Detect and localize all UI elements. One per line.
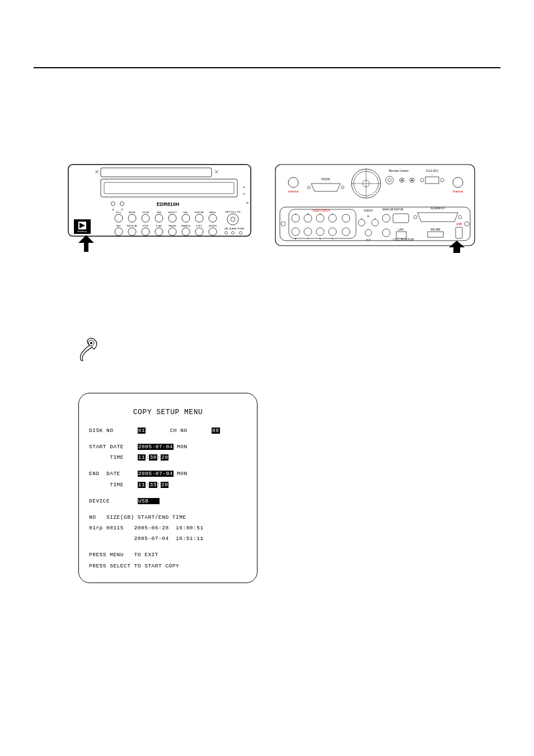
disk-no-value: 01 [138,428,146,434]
svg-text:MODE: MODE [129,211,135,214]
svg-text:CALL: CALL [183,211,189,214]
svg-rect-1 [101,168,212,177]
svg-point-82 [465,222,469,226]
table-header: NO SIZE(GB) START/END TIME [89,513,247,522]
svg-text:RS-485: RS-485 [431,228,441,231]
svg-point-109 [365,229,372,236]
svg-text:LAN: LAN [224,228,228,230]
svg-text:SHUTTLE ● JOG: SHUTTLE ● JOG [225,211,240,213]
svg-rect-2 [101,179,237,197]
end-time-label: TIME [110,482,124,488]
svg-text:Remote Control: Remote Control [388,169,408,172]
start-time-m: 30 [149,454,157,461]
end-time-h: 11 [138,482,146,488]
svg-point-120 [458,215,462,219]
svg-point-70 [401,180,403,181]
svg-text:Antenna: Antenna [453,190,463,193]
svg-text:OUT: OUT [366,238,371,241]
svg-point-32 [115,228,123,236]
ch-no-label: CH NO [170,428,188,434]
table-row-1: 01rp 00115 2005-06-28 16:00:51 [89,524,247,532]
svg-text:2: 2 [320,213,321,215]
svg-text:EverFocus: EverFocus [78,231,87,233]
svg-point-5 [120,202,124,206]
svg-text:POWER: POWER [237,228,245,230]
button-row-1: FULL MODE ZOOM SEQ SELECT CALL DISPLAY M… [115,211,217,222]
copy-setup-menu: COPY SETUP MENU DISK NO 01 CH NO 08 STAR… [78,393,257,583]
svg-point-56 [288,177,298,187]
end-date-label: END DATE [89,471,120,477]
svg-text:1: 1 [332,213,334,215]
svg-text:SEARCH: SEARCH [181,224,191,227]
svg-point-23 [209,214,217,222]
svg-text:A: A [243,186,245,189]
svg-point-107 [358,219,365,226]
start-date-row: START DATE 2005-07-04 MON [89,443,247,451]
end-time-s: 20 [161,482,168,488]
hint-exit: PRESS MENU TO EXIT [89,551,247,559]
svg-text:Antenna: Antenna [288,190,299,193]
svg-point-41 [227,214,238,225]
svg-point-18 [142,214,149,222]
svg-point-93 [292,228,299,236]
svg-rect-122 [428,232,443,237]
svg-text:RS232: RS232 [321,177,330,181]
svg-point-17 [128,214,136,222]
svg-point-96 [329,228,336,236]
svg-point-34 [142,228,149,236]
svg-point-36 [168,228,176,236]
svg-text:REC: REC [116,224,121,227]
svg-point-48 [240,232,242,234]
svg-text:ALARM: ALARM [229,228,236,230]
svg-point-37 [182,228,190,236]
svg-point-77 [441,179,444,182]
start-time-s: 20 [161,454,168,461]
start-time-row: TIME 11:30:20 [89,453,247,462]
svg-text:ZOOM: ZOOM [142,211,149,214]
svg-point-72 [411,180,413,181]
svg-rect-113 [393,214,409,223]
svg-point-59 [308,186,311,189]
svg-rect-3 [104,182,234,194]
start-date-value: 2005-07-04 [138,444,174,450]
svg-point-16 [115,214,123,222]
arrow-up-icon [78,235,94,252]
svg-rect-124 [456,227,462,238]
start-time-h: 11 [138,454,146,461]
rear-panel-diagram: Antenna RS232 Remote Control [274,163,476,253]
svg-point-102 [342,228,350,236]
svg-point-86 [304,214,312,222]
svg-text:MAIN MONITOR: MAIN MONITOR [382,208,404,211]
model-label: EDR810H [157,201,180,207]
svg-text:SELECT: SELECT [168,211,177,214]
svg-point-85 [292,214,299,222]
end-time-row: TIME 11:33:20 [89,481,247,489]
svg-text:A: A [113,208,114,211]
svg-point-76 [420,179,424,182]
svg-point-22 [195,214,203,222]
svg-text:B: B [243,192,245,195]
svg-text:AUDIO: AUDIO [364,209,373,212]
svg-point-19 [155,214,163,222]
svg-point-108 [372,219,378,226]
svg-text:3: 3 [307,213,309,215]
svg-text:MENU: MENU [209,211,216,214]
svg-text:PLAY: PLAY [156,224,162,227]
svg-point-47 [232,232,235,234]
start-day: MON [177,444,188,450]
disk-no-label: DISK NO [89,428,113,434]
svg-point-78 [453,177,463,187]
svg-text:LAN: LAN [398,228,404,231]
svg-point-39 [209,228,217,236]
svg-text:USB: USB [456,222,462,226]
svg-point-67 [386,176,394,184]
svg-point-81 [281,222,285,226]
disk-ch-row: DISK NO 01 CH NO 08 [89,426,247,435]
device-label: DEVICE [89,498,110,504]
svg-point-4 [111,202,115,206]
svg-text:ALARM I/O: ALARM I/O [430,206,444,210]
svg-text:+: + [432,173,433,176]
svg-point-88 [329,214,336,222]
svg-text:7: 7 [307,237,309,240]
svg-point-87 [316,214,324,222]
